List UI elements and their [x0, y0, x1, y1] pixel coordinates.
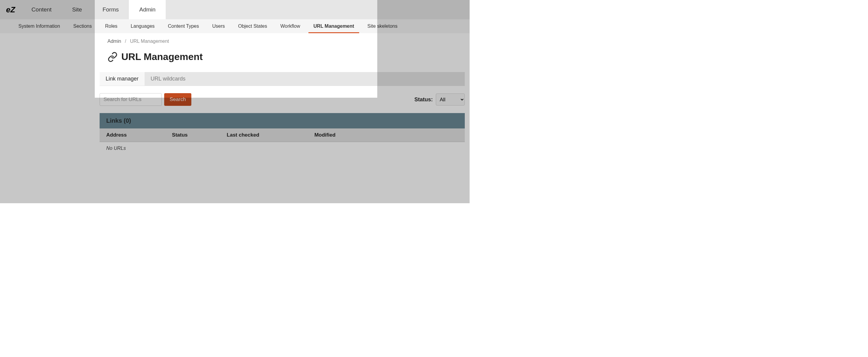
tab-link-manager[interactable]: Link manager — [100, 72, 145, 86]
subnav-url-management[interactable]: URL Management — [308, 19, 360, 33]
breadcrumb-separator: / — [125, 39, 126, 44]
search-row: Search Status: All — [100, 86, 465, 113]
subnav-content-types[interactable]: Content Types — [163, 19, 204, 33]
subnav-system-information[interactable]: System Information — [13, 19, 65, 33]
col-modified: Modified — [308, 128, 465, 142]
search-input[interactable] — [100, 93, 162, 106]
tab-url-wildcards[interactable]: URL wildcards — [145, 72, 191, 86]
primary-nav: eZ Content Site Forms Admin — [0, 0, 470, 19]
col-status: Status — [165, 128, 220, 142]
link-icon — [107, 52, 118, 62]
col-address: Address — [100, 128, 165, 142]
subnav-site-skeletons[interactable]: Site skeletons — [362, 19, 403, 33]
status-label: Status: — [414, 96, 433, 103]
nav-content[interactable]: Content — [21, 0, 62, 19]
breadcrumb-root[interactable]: Admin — [107, 39, 121, 44]
main-content: Admin / URL Management URL Management Li… — [100, 33, 465, 155]
breadcrumb: Admin / URL Management — [107, 39, 465, 44]
page-title: URL Management — [121, 51, 203, 62]
search-button[interactable]: Search — [164, 93, 191, 106]
status-select[interactable]: All — [436, 94, 465, 105]
col-last-checked: Last checked — [220, 128, 308, 142]
nav-admin[interactable]: Admin — [129, 0, 166, 19]
table-title: Links (0) — [100, 113, 465, 128]
nav-site[interactable]: Site — [62, 0, 92, 19]
subnav-sections[interactable]: Sections — [68, 19, 97, 33]
empty-text: No URLs — [100, 142, 465, 155]
subnav-roles[interactable]: Roles — [100, 19, 123, 33]
subnav-workflow[interactable]: Workflow — [275, 19, 305, 33]
subnav-users[interactable]: Users — [207, 19, 230, 33]
subnav-languages[interactable]: Languages — [126, 19, 160, 33]
secondary-nav: System Information Sections Roles Langua… — [0, 19, 470, 33]
breadcrumb-current: URL Management — [130, 39, 169, 44]
status-filter: Status: All — [414, 94, 465, 105]
links-table: Address Status Last checked Modified No … — [100, 128, 465, 155]
subtabs: Link manager URL wildcards — [100, 72, 465, 86]
page-title-row: URL Management — [107, 51, 465, 62]
subnav-object-states[interactable]: Object States — [233, 19, 272, 33]
logo: eZ — [0, 0, 21, 19]
nav-forms[interactable]: Forms — [92, 0, 129, 19]
table-row-empty: No URLs — [100, 142, 465, 155]
